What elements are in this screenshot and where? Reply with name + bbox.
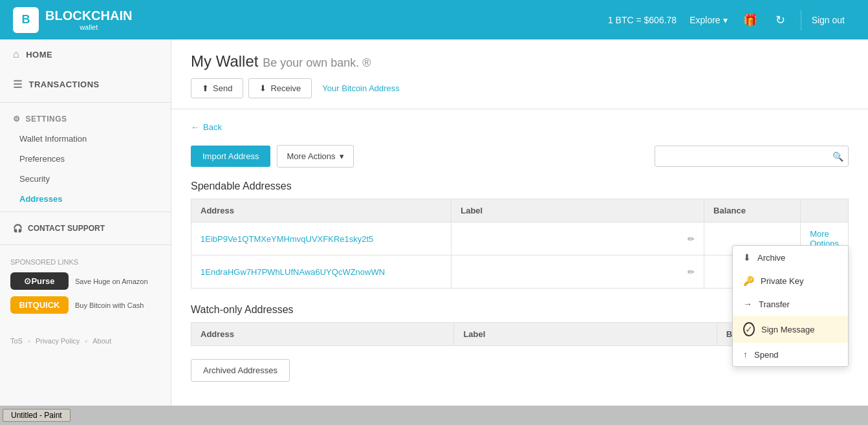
search-icon: 🔍 [832, 151, 843, 162]
spend-icon: ↑ [743, 349, 748, 360]
sidebar-divider-2 [0, 212, 171, 212]
dropdown-sign-message-item[interactable]: ✓ Sign Message [733, 316, 848, 343]
logo: B BLOCKCHAIN wallet [13, 7, 132, 33]
wallet-header: My Wallet Be your own bank. ® ⬆ Send ⬇ R… [171, 39, 868, 109]
sidebar-divider-1 [0, 102, 171, 103]
bitquick-text: Buy Bitcoin with Cash [75, 301, 144, 309]
dropdown-arrow-icon: ▾ [340, 151, 344, 161]
btc-price: 1 BTC = $606.78 [608, 15, 677, 25]
address-link-1[interactable]: 1EndraHGw7H7PWhLUfNAwa6UYQcWZnowWN [201, 267, 385, 277]
sidebar-item-home[interactable]: ⌂ HOME [0, 39, 171, 69]
brand-sub: wallet [45, 23, 132, 31]
sidebar-item-wallet-info[interactable]: Wallet Information [0, 129, 171, 149]
sidebar: ⌂ HOME ☰ TRANSACTIONS ⚙ SETTINGS Wallet … [0, 39, 171, 425]
footer-dot-2: ◦ [85, 337, 87, 345]
label-cell-1: ✏ [451, 256, 704, 289]
search-icon-button[interactable]: 🔍 [832, 151, 843, 162]
send-button[interactable]: ⬆ Send [191, 78, 243, 98]
taskbar-paint-item[interactable]: Untitled - Paint [3, 409, 71, 422]
dropdown-spend-item[interactable]: ↑ Spend [733, 343, 848, 366]
headphone-icon: 🎧 [13, 224, 23, 233]
watch-col-header-address: Address [191, 323, 454, 346]
bitquick-logo[interactable]: BITQUICK [10, 296, 69, 314]
more-actions-button[interactable]: More Actions ▾ [277, 145, 353, 168]
transactions-label: TRANSACTIONS [29, 80, 100, 89]
more-options-dropdown: ⬇ Archive 🔑 Private Key → Transfer ✓ Sig… [732, 245, 849, 367]
wallet-tagline: Be your own bank. ® [263, 56, 371, 69]
refresh-icon-button[interactable]: ↻ [773, 10, 788, 30]
purse-sponsor-card: ⊙Purse Save Huge on Amazon [10, 272, 160, 290]
col-header-balance: Balance [704, 199, 801, 223]
tos-link[interactable]: ToS [10, 337, 23, 345]
sign-message-label: Sign Message [761, 325, 814, 334]
archived-addresses-button[interactable]: Archived Addresses [191, 359, 290, 382]
explore-label: Explore [689, 15, 720, 25]
back-label: Back [203, 122, 222, 132]
private-key-label: Private Key [761, 276, 803, 286]
sponsored-title: SPONSORED LINKS [10, 258, 160, 266]
edit-icon-0[interactable]: ✏ [688, 234, 695, 244]
col-header-address: Address [191, 199, 451, 223]
dropdown-private-key-item[interactable]: 🔑 Private Key [733, 269, 848, 292]
search-input[interactable] [655, 146, 849, 167]
transfer-icon: → [743, 299, 752, 309]
more-actions-label: More Actions [287, 151, 335, 161]
sidebar-item-preferences[interactable]: Preferences [0, 149, 171, 169]
main-layout: ⌂ HOME ☰ TRANSACTIONS ⚙ SETTINGS Wallet … [0, 39, 868, 425]
app-header: B BLOCKCHAIN wallet 1 BTC = $606.78 Expl… [0, 0, 868, 39]
receive-icon: ⬇ [259, 83, 266, 93]
edit-icon-1[interactable]: ✏ [688, 267, 695, 277]
footer-links: ToS ◦ Privacy Policy ◦ About [0, 331, 171, 351]
watch-col-header-label: Label [454, 323, 717, 346]
import-address-button[interactable]: Import Address [191, 146, 270, 167]
sponsored-section: SPONSORED LINKS ⊙Purse Save Huge on Amaz… [0, 248, 171, 331]
label-cell-0: ✏ [451, 223, 704, 256]
dropdown-transfer-item[interactable]: → Transfer [733, 292, 848, 316]
gift-icon-button[interactable]: 🎁 [741, 10, 760, 30]
back-button[interactable]: ← Back [191, 122, 849, 132]
receive-label: Receive [270, 83, 301, 93]
main-content: My Wallet Be your own bank. ® ⬆ Send ⬇ R… [171, 39, 868, 425]
settings-label: SETTINGS [26, 114, 67, 124]
archive-label: Archive [757, 253, 785, 263]
about-link[interactable]: About [92, 337, 111, 345]
search-box: 🔍 [655, 146, 849, 167]
sidebar-item-contact-support[interactable]: 🎧 CONTACT SUPPORT [0, 215, 171, 242]
key-icon: 🔑 [743, 276, 754, 286]
logo-text: BLOCKCHAIN wallet [45, 8, 132, 31]
bitquick-sponsor-card: BITQUICK Buy Bitcoin with Cash [10, 296, 160, 314]
address-link-0[interactable]: 1EibP9Ve1QTMXeYMHmvqUVXFKRe1sky2t5 [201, 234, 373, 244]
wallet-title-text: My Wallet [191, 52, 258, 70]
sidebar-item-security[interactable]: Security [0, 169, 171, 189]
privacy-link[interactable]: Privacy Policy [36, 337, 80, 345]
purse-logo[interactable]: ⊙Purse [10, 272, 69, 290]
back-arrow-icon: ← [191, 122, 199, 132]
transfer-label: Transfer [759, 300, 790, 309]
footer-dot-1: ◦ [28, 337, 30, 345]
wallet-actions-bar: ⬆ Send ⬇ Receive Your Bitcoin Address [191, 78, 849, 109]
sidebar-item-transactions[interactable]: ☰ TRANSACTIONS [0, 69, 171, 100]
sidebar-item-addresses[interactable]: Addresses [0, 189, 171, 209]
dropdown-archive-item[interactable]: ⬇ Archive [733, 246, 848, 269]
spendable-title: Spendable Addresses [191, 180, 849, 192]
settings-section: ⚙ SETTINGS [0, 105, 171, 129]
home-label: HOME [26, 50, 52, 60]
explore-button[interactable]: Explore ▾ [689, 15, 727, 25]
btc-address-link[interactable]: Your Bitcoin Address [322, 83, 399, 93]
logo-icon: B [13, 7, 39, 33]
taskbar: Untitled - Paint [0, 406, 868, 425]
archive-icon: ⬇ [743, 252, 751, 263]
home-icon: ⌂ [13, 49, 19, 60]
col-header-label: Label [451, 199, 704, 223]
wallet-title: My Wallet Be your own bank. ® [191, 52, 849, 71]
col-header-actions [801, 199, 849, 223]
spend-label: Spend [754, 350, 779, 360]
purse-text: Save Huge on Amazon [75, 278, 148, 285]
contact-support-label: CONTACT SUPPORT [28, 224, 105, 233]
action-bar: Import Address More Actions ▾ 🔍 [191, 145, 849, 168]
brand-name: BLOCKCHAIN [45, 8, 132, 23]
transactions-icon: ☰ [13, 78, 23, 91]
signout-button[interactable]: Sign out [801, 10, 855, 30]
send-label: Send [213, 83, 232, 93]
receive-button[interactable]: ⬇ Receive [248, 78, 312, 98]
